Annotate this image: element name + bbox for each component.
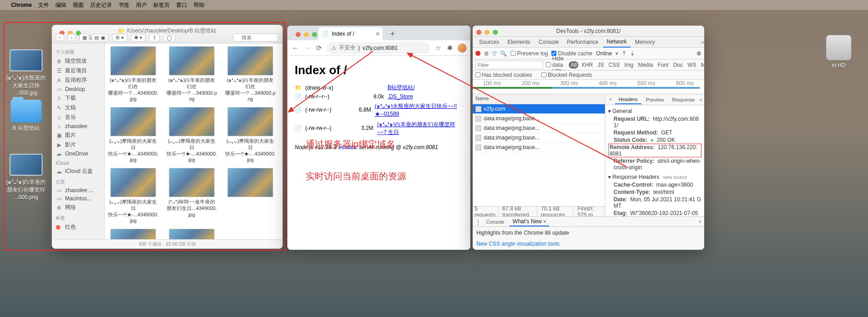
back-button[interactable]: ‹ — [56, 34, 64, 41]
devtools-tab[interactable]: Console — [535, 37, 562, 47]
menu-item[interactable]: 书签 — [119, 1, 129, 9]
download-icon[interactable]: ⇣ — [630, 50, 635, 57]
devtools-tab[interactable]: Network — [603, 37, 631, 48]
file-item[interactable] — [108, 229, 159, 239]
minimize-icon[interactable] — [304, 32, 309, 37]
menu-item[interactable]: 文件 — [38, 1, 49, 9]
filter-icon[interactable]: ▽ — [492, 50, 496, 57]
network-timeline[interactable]: 100 ms200 ms300 ms400 ms500 ms600 ms — [473, 80, 704, 94]
file-item[interactable]: (ᴗ˳ᴗ)摩羯座的大家生日快乐~~!!★-...4349000.jpg — [108, 168, 159, 224]
sidebar-item[interactable]: ▶影片 — [52, 140, 104, 150]
filter-input[interactable] — [475, 61, 543, 69]
request-row[interactable]: data:image/png;base... — [473, 143, 605, 152]
sidebar-item[interactable]: ⊕网络 — [52, 203, 104, 212]
file-link[interactable]: .DS_Store — [388, 93, 413, 100]
extensions-icon[interactable]: ✱ — [446, 44, 454, 52]
forward-button[interactable]: › — [68, 34, 76, 41]
devtools-tab[interactable]: Sources — [475, 37, 503, 47]
maximize-icon[interactable] — [493, 30, 498, 35]
file-item[interactable]: (❛ᴗ❛)哞咩~~金牛座的朋友们生日...4349000.jpg — [166, 168, 217, 224]
minimize-icon[interactable] — [485, 30, 490, 35]
sidebar-item[interactable]: ✎文稿 — [52, 103, 104, 113]
back-button[interactable]: ← — [291, 44, 299, 52]
maximize-icon[interactable] — [312, 32, 317, 37]
address-bar[interactable]: ⚠ 不安全 | v2fy.com:8081 — [327, 42, 430, 54]
more-icon[interactable]: » — [699, 97, 702, 103]
tags-button[interactable]: ◯ — [163, 34, 175, 42]
close-tab-icon[interactable]: ✕ — [376, 31, 380, 37]
action-button[interactable]: ✱ ▾ — [131, 34, 146, 42]
menu-item[interactable]: 标签页 — [153, 1, 170, 9]
sidebar-item[interactable]: ▭Desktop — [52, 85, 104, 93]
file-item[interactable] — [225, 168, 276, 224]
devtools-tab[interactable]: Performance — [563, 37, 602, 47]
search-icon[interactable]: 🔍 — [500, 50, 507, 57]
filter-type[interactable]: XHR — [579, 61, 594, 69]
close-icon[interactable] — [296, 32, 301, 37]
sidebar-item[interactable]: A应用程序 — [52, 75, 104, 85]
filter-type[interactable]: Media — [636, 61, 655, 69]
sidebar-item[interactable]: ♫音乐 — [52, 113, 104, 122]
whatsnew-tab[interactable]: What's New × — [509, 217, 549, 226]
bookmark-icon[interactable]: ☆ — [434, 44, 442, 52]
sidebar-item[interactable]: ☁iCloud 云盘 — [52, 167, 104, 176]
file-item[interactable]: (ᴗ˳ᴗ)摩羯座的大家生日快乐~~!!★-...4349000.jpg — [166, 107, 217, 163]
desktop-folder[interactable]: B 站壁纸站 — [5, 100, 47, 132]
file-item[interactable]: (๑❛ᴗ❛๑)白羊座的朋友们在哪里咩~~? ...4349000.jpg — [108, 46, 159, 102]
console-tab[interactable]: Console — [483, 218, 507, 226]
close-icon[interactable] — [476, 30, 481, 35]
app-name[interactable]: Chrome — [11, 2, 32, 8]
file-item[interactable] — [166, 229, 217, 239]
filter-type[interactable]: Doc — [671, 61, 685, 69]
record-button[interactable] — [475, 51, 480, 56]
file-item[interactable]: (๑❛ᴗ❛๑)白羊座的朋友们在哪里咩~~? ...349000.png — [225, 46, 276, 102]
arrange-button[interactable]: ⚙ ▾ — [112, 34, 127, 42]
preview-tab[interactable]: Preview — [642, 96, 668, 104]
filter-type[interactable]: Font — [656, 61, 670, 69]
sidebar-item[interactable]: ▭zhaoolee ... — [52, 186, 104, 194]
menu-item[interactable]: 窗口 — [176, 1, 187, 9]
drawer-link[interactable]: New CSS angle visualization tools — [476, 241, 560, 247]
reload-button[interactable]: ⟳ — [315, 44, 323, 52]
file-item[interactable]: (๑❛ᴗ❛๑)白羊座的朋友们在哪里咩~~? ...349000.png — [166, 46, 217, 102]
filter-type[interactable]: Manifest — [699, 61, 704, 69]
request-row[interactable]: data:image/png;base... — [473, 124, 605, 133]
view-buttons[interactable]: ▦ ☰ ▤ ▣ — [79, 34, 108, 42]
view-source-link[interactable]: view source — [663, 175, 687, 180]
profile-avatar[interactable] — [458, 43, 467, 53]
sidebar-tag[interactable]: 红色 — [52, 222, 104, 232]
response-tab[interactable]: Response — [669, 96, 699, 104]
request-row[interactable]: v2fy.com — [473, 104, 605, 114]
response-headers-section[interactable]: ▾ Response Headersview source — [608, 173, 701, 181]
filter-type[interactable]: Img — [622, 61, 635, 69]
general-section[interactable]: ▾ General — [608, 107, 701, 115]
sidebar-item[interactable]: ☁OneDrive — [52, 150, 104, 158]
settings-icon[interactable]: ⚙ — [696, 50, 701, 57]
name-column-header[interactable]: Name — [473, 94, 605, 104]
blocked-requests-checkbox[interactable]: Blocked Requests — [541, 72, 592, 78]
close-drawer-icon[interactable]: × — [698, 219, 701, 225]
request-row[interactable]: data:image/png;base... — [473, 133, 605, 143]
desktop-file[interactable]: (๑❛ᴗ❛๑)白羊座的朋友们在哪里咩 ...000.png — [5, 154, 47, 200]
menu-item[interactable]: 帮助 — [194, 1, 205, 9]
sidebar-item[interactable]: ⌂zhaoolee — [52, 122, 104, 130]
file-item[interactable]: (ᴗ˳ᴗ)摩羯座的大家生日快乐~~!!★-...4349000.jpg — [225, 107, 276, 163]
filter-type[interactable]: CSS — [607, 61, 622, 69]
clear-button[interactable]: ⊘ — [484, 50, 489, 57]
close-detail-icon[interactable]: × — [607, 97, 614, 103]
share-button[interactable]: ⇪ — [149, 34, 160, 42]
blocked-cookies-checkbox[interactable]: Has blocked cookies — [475, 72, 532, 78]
browser-tab[interactable]: 📄 Index of /✕ — [318, 27, 383, 40]
sidebar-item[interactable]: ☰最近项目 — [52, 66, 104, 75]
file-link[interactable]: B站壁纸站/ — [388, 84, 415, 91]
headers-tab[interactable]: Headers — [615, 95, 642, 104]
request-row[interactable]: data:image/png;base... — [473, 114, 605, 124]
upload-icon[interactable]: ⇡ — [622, 50, 626, 57]
finder-search-input[interactable] — [233, 33, 279, 42]
sidebar-item[interactable]: ⊕隔空投送 — [52, 56, 104, 66]
new-tab-button[interactable]: + — [387, 27, 398, 40]
preserve-log-checkbox[interactable]: Preserve log — [511, 50, 548, 57]
desktop-file[interactable]: (๑❛ᴗ❛๑)水瓶座的大家生日快 ...000.jpg — [5, 49, 47, 96]
file-link[interactable]: (๑❛ᴗ❛๑)水瓶座的大家生日快乐~~!!★--01589 — [375, 102, 463, 118]
sidebar-item[interactable]: ▣图片 — [52, 130, 104, 140]
